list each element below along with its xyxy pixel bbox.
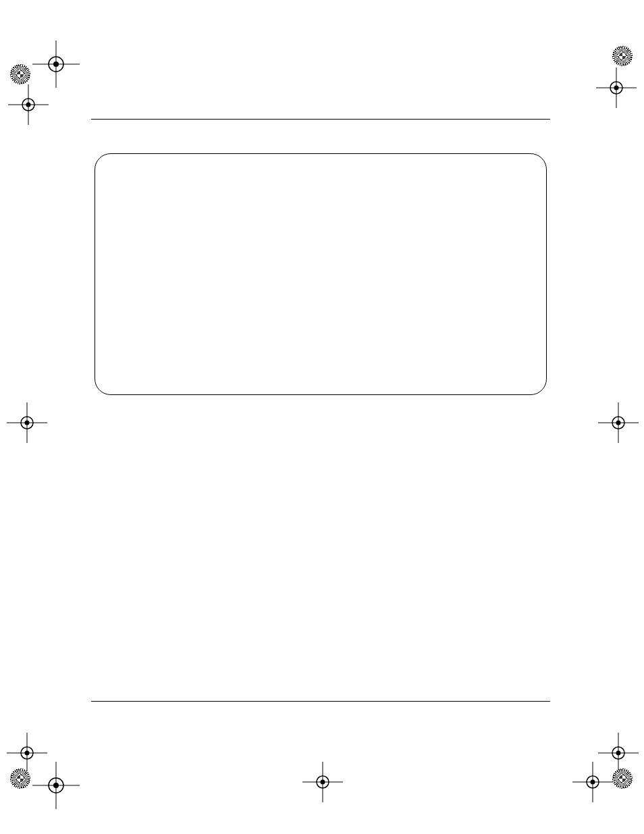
header-rule xyxy=(91,119,550,120)
svg-point-27 xyxy=(53,783,59,788)
registration-swirl-icon xyxy=(10,64,30,84)
svg-point-15 xyxy=(25,421,30,425)
registration-mark-icon xyxy=(572,762,613,802)
svg-point-3 xyxy=(53,61,59,67)
registration-mark-icon xyxy=(302,762,343,802)
registration-mark-icon xyxy=(7,402,47,443)
footer-rule xyxy=(91,701,550,702)
svg-point-7 xyxy=(26,103,31,107)
registration-mark-icon xyxy=(8,84,49,125)
svg-point-31 xyxy=(321,780,325,785)
svg-point-11 xyxy=(614,86,619,90)
registration-swirl-icon xyxy=(10,768,30,789)
registration-swirl-icon xyxy=(612,46,633,66)
svg-point-39 xyxy=(591,780,595,785)
svg-point-23 xyxy=(25,751,30,756)
registration-mark-icon xyxy=(32,762,80,809)
content-panel xyxy=(95,153,547,395)
registration-mark-icon xyxy=(32,41,80,88)
svg-point-19 xyxy=(616,421,621,425)
registration-mark-icon xyxy=(596,68,637,108)
registration-swirl-icon xyxy=(612,768,633,789)
svg-point-35 xyxy=(616,751,621,756)
registration-mark-icon xyxy=(598,402,639,443)
